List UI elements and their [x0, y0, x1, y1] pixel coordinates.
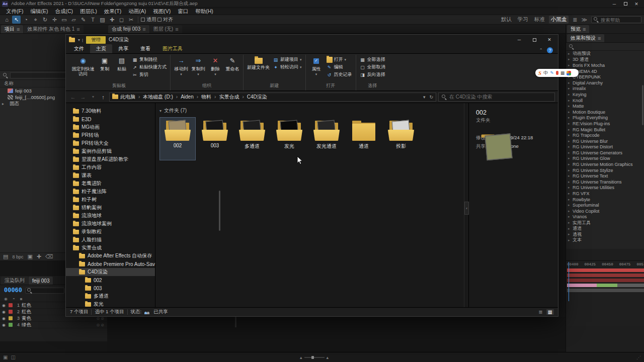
ribbon-tab[interactable]: 查看 [134, 44, 156, 53]
new-comp-icon[interactable]: ✚ [37, 253, 41, 260]
timeline-layer-bar[interactable] [567, 268, 644, 272]
tree-item[interactable]: 流浪地球 [66, 212, 155, 220]
layer-visibility-icon[interactable]: ◉ [2, 310, 7, 314]
ribbon-small-button[interactable]: 反向选择 [359, 71, 386, 78]
effects-category-row[interactable]: ▸ 透视 [566, 231, 644, 237]
workspace-tab[interactable]: 标准 [532, 16, 547, 24]
ribbon-tab[interactable]: 共享 [112, 44, 134, 53]
tree-item[interactable]: 实景合成 [66, 244, 155, 252]
layer-visibility-icon[interactable]: ◉ [2, 316, 7, 321]
timeline-layer-bar[interactable] [567, 274, 644, 277]
expand-caret-icon[interactable]: ▸ [568, 215, 571, 219]
folder-tile[interactable]: 通道 [346, 117, 382, 160]
tree-item[interactable]: 002 [66, 276, 155, 284]
effects-category-row[interactable]: ▸ 3D 通道 [566, 57, 644, 63]
effects-category-row[interactable]: ▸ 动画预设 [566, 51, 644, 57]
tree-item[interactable]: 003 [66, 284, 155, 292]
tree-item[interactable]: 老鹰进阶 [66, 179, 155, 188]
expand-caret-icon[interactable]: ▸ [568, 99, 571, 103]
folder-tile[interactable]: 003 [197, 117, 233, 160]
effects-category-row[interactable]: ▸ Motion Boutique [566, 109, 644, 115]
expand-caret-icon[interactable]: ▸ [568, 104, 571, 108]
expand-caret-icon[interactable]: ▸ [568, 122, 571, 126]
layer-name[interactable]: 红色 [22, 309, 31, 315]
up-button[interactable]: ↑ [99, 94, 107, 100]
effects-category-row[interactable]: ▸ Superluminal [566, 202, 644, 208]
explorer-search-box[interactable] [438, 93, 555, 102]
effects-category-row[interactable]: ▸ Matte [566, 103, 644, 109]
expand-caret-icon[interactable]: ▸ [568, 145, 571, 149]
panel-dock-icon[interactable]: ◫ [11, 354, 15, 360]
layer-visibility-icon[interactable]: ◉ [2, 303, 7, 308]
snap-checkbox[interactable] [141, 18, 145, 22]
expand-caret-icon[interactable]: ▸ [568, 209, 571, 213]
thumbnails-view-icon[interactable]: ▦ [546, 309, 554, 315]
ribbon-button[interactable]: 固定到快速访问 [70, 55, 96, 81]
current-timecode[interactable]: 00060 [4, 287, 22, 294]
tree-item[interactable]: 人脸扫描 [66, 236, 155, 244]
panel-menu-icon[interactable]: ≡ [175, 26, 178, 32]
explorer-minimize-button[interactable]: ─ [512, 35, 527, 45]
breadcrumb-item[interactable]: 此电脑 [120, 94, 143, 101]
folder-tile[interactable]: 发光通道 [308, 117, 345, 160]
align-label[interactable]: 对齐 [157, 16, 173, 23]
panel-menu-icon[interactable]: ≡ [76, 26, 79, 32]
menu-item[interactable]: 图层(L) [77, 8, 100, 15]
delete-item-icon[interactable]: ⌫ [45, 253, 53, 260]
expand-caret-icon[interactable]: ▸ [568, 192, 571, 196]
collapse-details-icon[interactable]: ‹ [464, 202, 469, 215]
align-checkbox[interactable] [157, 18, 162, 22]
expand-caret-icon[interactable]: ▸ [568, 227, 571, 231]
tree-item[interactable]: 工作内容 [66, 163, 155, 171]
ribbon-button[interactable]: 重命名 [224, 55, 240, 81]
expand-caret-icon[interactable]: ▸ [568, 238, 571, 242]
tree-item[interactable]: PR转场大全 [66, 139, 155, 147]
ae-close-button[interactable]: ✕ [631, 1, 642, 8]
expand-caret-icon[interactable]: ▸ [568, 57, 571, 61]
timeline-layer-row[interactable]: ◉ 4 绿色 ⊙⊘ [0, 322, 107, 328]
effects-category-row[interactable]: ▸ RG Universe Generators [566, 150, 644, 156]
effects-category-row[interactable]: ▸ Video Copilot [566, 208, 644, 214]
tool-icon[interactable]: ◔ [22, 16, 30, 24]
folder-tile[interactable]: 002 [159, 117, 196, 160]
effects-category-row[interactable]: ▸ RE:Vision Plug-ins [566, 121, 644, 127]
tree-item[interactable]: 流浪地球案例 [66, 220, 155, 228]
panel-dock-icon[interactable]: ▣ [3, 354, 8, 360]
panel-overflow-icon[interactable]: ≫ [581, 17, 587, 23]
zoom-in-icon[interactable]: ▴ [327, 355, 329, 360]
expand-caret-icon[interactable]: ▸ [568, 139, 571, 143]
menu-item[interactable]: 文件(F) [3, 8, 26, 15]
effects-category-row[interactable]: ▸ RG VFX [566, 191, 644, 197]
manage-contextual-label[interactable]: 管理 [86, 36, 106, 44]
ae-maximize-button[interactable] [620, 1, 631, 8]
effects-category-row[interactable]: ▸ Keying [566, 92, 644, 98]
ribbon-button[interactable]: 粘贴 [114, 55, 130, 81]
timeline-layer-bar[interactable] [567, 289, 644, 292]
tree-item[interactable]: 录制教程 [66, 228, 155, 236]
lock-column-icon[interactable]: ■ [20, 297, 23, 301]
workspace-tab[interactable]: 小黑盒 [549, 16, 569, 24]
timeline-search-input[interactable] [34, 288, 63, 293]
effects-category-row[interactable]: ▸ RG Universe Blur [566, 138, 644, 144]
ribbon-small-button[interactable]: 全部取消 [359, 64, 386, 70]
menu-item[interactable]: 窗口 [175, 8, 191, 15]
tool-icon[interactable]: ✛ [50, 16, 59, 24]
tree-item[interactable]: MG动画 [66, 123, 155, 131]
ribbon-tab[interactable]: 文件 [68, 44, 90, 53]
ribbon-button[interactable]: 删除 [207, 55, 223, 81]
layer-visibility-icon[interactable]: ◉ [2, 323, 7, 327]
breadcrumb-item[interactable]: 实景合成 [219, 94, 247, 101]
expand-caret-icon[interactable]: ▸ [568, 198, 571, 202]
resize-grip-icon[interactable]: ⋰ [636, 355, 641, 360]
address-dropdown-icon[interactable]: ▾ [423, 95, 426, 100]
expand-caret-icon[interactable]: ▸ [568, 151, 571, 155]
project-color-depth[interactable]: 8 bpc [12, 254, 23, 259]
expand-caret-icon[interactable]: ▸ [568, 116, 571, 120]
tool-icon[interactable]: ▨ [98, 16, 107, 24]
tree-item[interactable]: Adobe Premiere Pro Auto-Save [66, 260, 155, 268]
tool-icon[interactable]: ✚ [108, 16, 116, 24]
breadcrumb-item[interactable]: 本地磁盘 (D:) [143, 94, 181, 101]
layer-color-chip[interactable] [9, 310, 13, 314]
menu-item[interactable]: 编辑(E) [27, 8, 51, 15]
effects-search-input[interactable] [576, 44, 641, 49]
